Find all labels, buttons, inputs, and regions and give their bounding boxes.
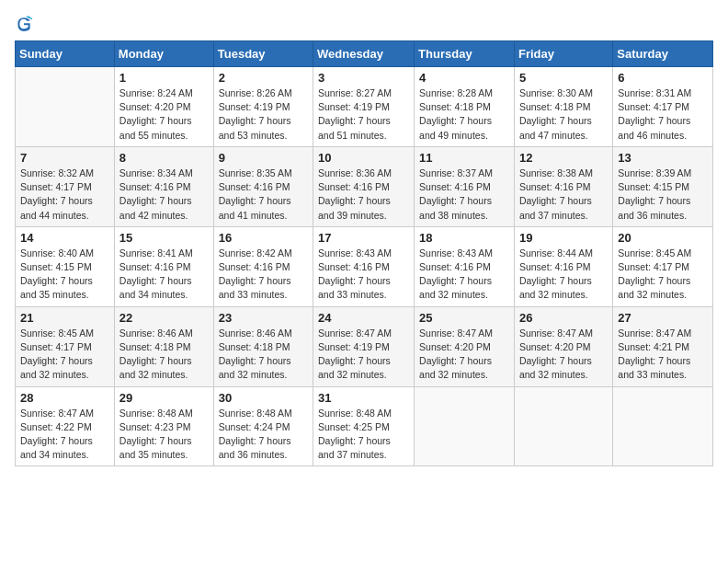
calendar-table: SundayMondayTuesdayWednesdayThursdayFrid… <box>15 40 713 466</box>
day-number: 23 <box>219 311 308 325</box>
day-info: Sunrise: 8:48 AMSunset: 4:24 PMDaylight:… <box>219 407 308 463</box>
day-info: Sunrise: 8:48 AMSunset: 4:25 PMDaylight:… <box>318 407 409 463</box>
week-row-2: 7Sunrise: 8:32 AMSunset: 4:17 PMDaylight… <box>16 146 713 226</box>
weekday-header-sunday: Sunday <box>16 41 115 67</box>
week-row-3: 14Sunrise: 8:40 AMSunset: 4:15 PMDayligh… <box>16 226 713 306</box>
day-number: 24 <box>318 311 409 325</box>
day-number: 5 <box>519 71 608 85</box>
day-number: 3 <box>318 71 409 85</box>
week-row-1: 1Sunrise: 8:24 AMSunset: 4:20 PMDaylight… <box>16 67 713 147</box>
day-info: Sunrise: 8:28 AMSunset: 4:18 PMDaylight:… <box>419 86 509 143</box>
calendar-cell: 13Sunrise: 8:39 AMSunset: 4:15 PMDayligh… <box>613 146 713 226</box>
day-info: Sunrise: 8:27 AMSunset: 4:19 PMDaylight:… <box>318 86 409 143</box>
day-info: Sunrise: 8:47 AMSunset: 4:20 PMDaylight:… <box>419 327 509 383</box>
calendar-cell: 31Sunrise: 8:48 AMSunset: 4:25 PMDayligh… <box>313 386 415 466</box>
calendar-cell: 28Sunrise: 8:47 AMSunset: 4:22 PMDayligh… <box>16 386 115 466</box>
weekday-header-wednesday: Wednesday <box>313 41 415 67</box>
day-info: Sunrise: 8:32 AMSunset: 4:17 PMDaylight:… <box>20 167 109 223</box>
day-number: 6 <box>618 71 708 85</box>
day-number: 21 <box>20 311 109 325</box>
calendar-cell: 23Sunrise: 8:46 AMSunset: 4:18 PMDayligh… <box>213 306 313 386</box>
calendar-cell: 19Sunrise: 8:44 AMSunset: 4:16 PMDayligh… <box>514 226 612 306</box>
day-info: Sunrise: 8:45 AMSunset: 4:17 PMDaylight:… <box>618 247 708 303</box>
calendar-cell <box>415 386 515 466</box>
day-number: 17 <box>318 231 409 245</box>
calendar-cell: 2Sunrise: 8:26 AMSunset: 4:19 PMDaylight… <box>213 67 313 147</box>
calendar-cell: 14Sunrise: 8:40 AMSunset: 4:15 PMDayligh… <box>16 226 115 306</box>
day-number: 8 <box>119 151 209 165</box>
calendar-cell <box>613 386 713 466</box>
weekday-header-row: SundayMondayTuesdayWednesdayThursdayFrid… <box>16 41 713 67</box>
calendar-cell: 22Sunrise: 8:46 AMSunset: 4:18 PMDayligh… <box>114 306 213 386</box>
day-info: Sunrise: 8:48 AMSunset: 4:23 PMDaylight:… <box>119 407 209 463</box>
day-info: Sunrise: 8:46 AMSunset: 4:18 PMDaylight:… <box>219 327 308 383</box>
day-info: Sunrise: 8:34 AMSunset: 4:16 PMDaylight:… <box>119 167 209 223</box>
calendar-cell: 27Sunrise: 8:47 AMSunset: 4:21 PMDayligh… <box>613 306 713 386</box>
day-info: Sunrise: 8:30 AMSunset: 4:18 PMDaylight:… <box>519 86 608 143</box>
day-number: 20 <box>618 231 708 245</box>
day-number: 27 <box>618 311 708 325</box>
calendar-cell: 5Sunrise: 8:30 AMSunset: 4:18 PMDaylight… <box>514 67 612 147</box>
calendar-cell: 7Sunrise: 8:32 AMSunset: 4:17 PMDaylight… <box>16 146 115 226</box>
day-number: 7 <box>20 151 109 165</box>
day-info: Sunrise: 8:43 AMSunset: 4:16 PMDaylight:… <box>419 247 509 303</box>
day-number: 26 <box>519 311 608 325</box>
day-info: Sunrise: 8:26 AMSunset: 4:19 PMDaylight:… <box>219 86 308 143</box>
day-info: Sunrise: 8:47 AMSunset: 4:20 PMDaylight:… <box>519 327 608 383</box>
day-info: Sunrise: 8:35 AMSunset: 4:16 PMDaylight:… <box>219 167 308 223</box>
logo <box>15 15 37 33</box>
calendar-cell: 26Sunrise: 8:47 AMSunset: 4:20 PMDayligh… <box>514 306 612 386</box>
day-number: 22 <box>119 311 209 325</box>
day-info: Sunrise: 8:43 AMSunset: 4:16 PMDaylight:… <box>318 247 409 303</box>
calendar-cell: 21Sunrise: 8:45 AMSunset: 4:17 PMDayligh… <box>16 306 115 386</box>
calendar-cell: 6Sunrise: 8:31 AMSunset: 4:17 PMDaylight… <box>613 67 713 147</box>
week-row-4: 21Sunrise: 8:45 AMSunset: 4:17 PMDayligh… <box>16 306 713 386</box>
calendar-cell: 16Sunrise: 8:42 AMSunset: 4:16 PMDayligh… <box>213 226 313 306</box>
calendar-cell: 25Sunrise: 8:47 AMSunset: 4:20 PMDayligh… <box>415 306 515 386</box>
day-number: 18 <box>419 231 509 245</box>
day-number: 12 <box>519 151 608 165</box>
day-info: Sunrise: 8:31 AMSunset: 4:17 PMDaylight:… <box>618 86 708 143</box>
calendar-cell: 9Sunrise: 8:35 AMSunset: 4:16 PMDaylight… <box>213 146 313 226</box>
day-info: Sunrise: 8:38 AMSunset: 4:16 PMDaylight:… <box>519 167 608 223</box>
calendar-cell: 10Sunrise: 8:36 AMSunset: 4:16 PMDayligh… <box>313 146 415 226</box>
calendar-cell: 18Sunrise: 8:43 AMSunset: 4:16 PMDayligh… <box>415 226 515 306</box>
day-info: Sunrise: 8:41 AMSunset: 4:16 PMDaylight:… <box>119 247 209 303</box>
day-info: Sunrise: 8:24 AMSunset: 4:20 PMDaylight:… <box>119 86 209 143</box>
calendar-cell: 1Sunrise: 8:24 AMSunset: 4:20 PMDaylight… <box>114 67 213 147</box>
day-info: Sunrise: 8:40 AMSunset: 4:15 PMDaylight:… <box>20 247 109 303</box>
calendar-cell: 8Sunrise: 8:34 AMSunset: 4:16 PMDaylight… <box>114 146 213 226</box>
day-number: 15 <box>119 231 209 245</box>
calendar-cell: 20Sunrise: 8:45 AMSunset: 4:17 PMDayligh… <box>613 226 713 306</box>
calendar-cell: 3Sunrise: 8:27 AMSunset: 4:19 PMDaylight… <box>313 67 415 147</box>
day-info: Sunrise: 8:36 AMSunset: 4:16 PMDaylight:… <box>318 167 409 223</box>
calendar-cell <box>514 386 612 466</box>
calendar-cell: 17Sunrise: 8:43 AMSunset: 4:16 PMDayligh… <box>313 226 415 306</box>
calendar-cell: 24Sunrise: 8:47 AMSunset: 4:19 PMDayligh… <box>313 306 415 386</box>
page-header <box>15 15 713 33</box>
day-info: Sunrise: 8:46 AMSunset: 4:18 PMDaylight:… <box>119 327 209 383</box>
calendar-cell: 15Sunrise: 8:41 AMSunset: 4:16 PMDayligh… <box>114 226 213 306</box>
week-row-5: 28Sunrise: 8:47 AMSunset: 4:22 PMDayligh… <box>16 386 713 466</box>
day-number: 2 <box>219 71 308 85</box>
day-info: Sunrise: 8:47 AMSunset: 4:21 PMDaylight:… <box>618 327 708 383</box>
day-info: Sunrise: 8:45 AMSunset: 4:17 PMDaylight:… <box>20 327 109 383</box>
day-number: 4 <box>419 71 509 85</box>
weekday-header-friday: Friday <box>514 41 612 67</box>
calendar-cell: 12Sunrise: 8:38 AMSunset: 4:16 PMDayligh… <box>514 146 612 226</box>
logo-icon <box>15 15 33 33</box>
day-info: Sunrise: 8:47 AMSunset: 4:19 PMDaylight:… <box>318 327 409 383</box>
weekday-header-thursday: Thursday <box>415 41 515 67</box>
day-number: 25 <box>419 311 509 325</box>
calendar-cell: 30Sunrise: 8:48 AMSunset: 4:24 PMDayligh… <box>213 386 313 466</box>
day-number: 28 <box>20 391 109 405</box>
calendar-cell: 4Sunrise: 8:28 AMSunset: 4:18 PMDaylight… <box>415 67 515 147</box>
day-info: Sunrise: 8:37 AMSunset: 4:16 PMDaylight:… <box>419 167 509 223</box>
calendar-cell: 11Sunrise: 8:37 AMSunset: 4:16 PMDayligh… <box>415 146 515 226</box>
day-number: 1 <box>119 71 209 85</box>
day-number: 16 <box>219 231 308 245</box>
day-number: 19 <box>519 231 608 245</box>
day-number: 29 <box>119 391 209 405</box>
calendar-cell: 29Sunrise: 8:48 AMSunset: 4:23 PMDayligh… <box>114 386 213 466</box>
day-number: 9 <box>219 151 308 165</box>
